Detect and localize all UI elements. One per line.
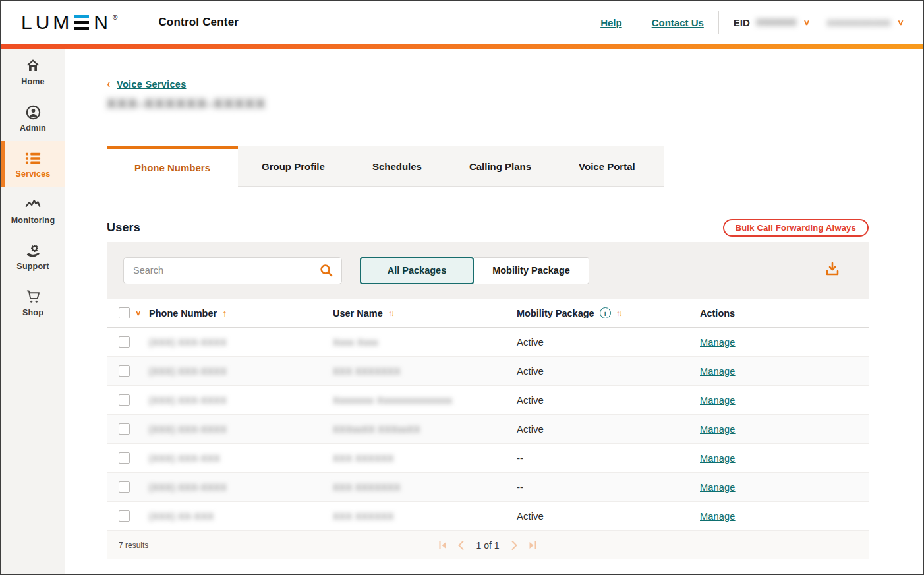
download-icon[interactable] — [824, 261, 840, 280]
manage-link[interactable]: Manage — [700, 337, 736, 348]
mobility-status: Active — [517, 394, 700, 406]
tab-group-profile[interactable]: Group Profile — [238, 146, 349, 186]
manage-link[interactable]: Manage — [700, 482, 736, 493]
filter-divider — [351, 258, 351, 283]
search-input[interactable] — [123, 257, 342, 284]
sidebar-item-label: Shop — [22, 308, 43, 317]
tab-voice-portal[interactable]: Voice Portal — [555, 146, 659, 186]
row-checkbox[interactable] — [119, 423, 130, 435]
tab-schedules[interactable]: Schedules — [349, 146, 446, 186]
pagination: 1 of 1 — [438, 540, 537, 551]
search-icon[interactable] — [319, 263, 334, 281]
registered-mark: ® — [113, 14, 117, 21]
user-name-redacted: XXX XXXXXXX — [333, 366, 517, 377]
users-heading: Users — [107, 221, 140, 235]
mobility-status: -- — [517, 452, 700, 464]
mobility-status: -- — [517, 481, 700, 493]
contact-us-link[interactable]: Contact Us — [652, 17, 704, 28]
column-header-actions: Actions — [700, 308, 869, 318]
eid-label: EID — [734, 17, 750, 28]
sidebar-item-label: Admin — [20, 123, 46, 133]
lumen-logo[interactable]: LUMN ® — [21, 13, 117, 32]
sidebar-item-support[interactable]: Support — [1, 233, 65, 280]
voice-services-back-link[interactable]: Voice Services — [117, 79, 187, 90]
row-checkbox[interactable] — [119, 365, 130, 377]
sidebar-item-services[interactable]: Services — [1, 141, 65, 187]
user-name-redacted: Xxxxxxxx Xxxxxxxxxxxxxxx — [333, 395, 517, 406]
column-header-user-name[interactable]: User Name ↑↓ — [333, 308, 517, 318]
table-header-row: ∨ Phone Number ↑ User Name ↑↓ Mobility P… — [107, 299, 869, 328]
select-menu-chevron-icon[interactable]: ∨ — [135, 309, 142, 317]
filter-all-packages[interactable]: All Packages — [360, 257, 474, 284]
header-divider — [718, 11, 719, 34]
manage-link[interactable]: Manage — [700, 395, 736, 406]
column-header-mobility-package[interactable]: Mobility Package i ↑↓ — [517, 307, 700, 318]
bulk-call-forwarding-button[interactable]: Bulk Call Forwarding Always — [723, 219, 869, 237]
manage-link[interactable]: Manage — [700, 366, 736, 377]
sort-icon[interactable]: ↑↓ — [616, 309, 621, 318]
row-checkbox[interactable] — [119, 510, 130, 522]
row-checkbox[interactable] — [119, 336, 130, 348]
manage-link[interactable]: Manage — [700, 424, 736, 435]
eid-selector[interactable]: EID 0000000 ∨ — [734, 16, 811, 28]
table-row: (XXX) XXX-XXX XXX XXXXXX -- Manage — [107, 444, 869, 473]
admin-icon — [25, 104, 41, 120]
sort-ascending-icon[interactable]: ↑ — [222, 307, 227, 318]
table-footer: 7 results 1 of 1 — [107, 531, 869, 559]
tab-calling-plans[interactable]: Calling Plans — [446, 146, 555, 186]
mobility-status: Active — [517, 510, 700, 522]
row-checkbox[interactable] — [119, 452, 130, 464]
tab-phone-numbers[interactable]: Phone Numbers — [107, 146, 238, 187]
sidebar-item-home[interactable]: Home — [1, 49, 65, 95]
main-content: ‹ Voice Services XXX-XXXXXX-XXXXX Phone … — [66, 49, 923, 574]
sidebar-item-label: Services — [15, 169, 50, 179]
table-row: (XXX) XXX-XXXX Xxxx Xxxx Active Manage — [107, 328, 869, 357]
select-all-checkbox[interactable] — [119, 307, 130, 318]
phone-number-redacted: (XXX) XXX-XXXX — [149, 424, 333, 435]
manage-link[interactable]: Manage — [700, 453, 736, 464]
table-row: (XXX) XXX-XXXX XXX XXXXXXX -- Manage — [107, 473, 869, 502]
column-header-phone-number[interactable]: Phone Number ↑ — [149, 307, 333, 318]
select-all-cell: ∨ — [107, 307, 149, 318]
support-icon — [25, 243, 41, 258]
table-row: (XXX) XXX-XXXX XXXxxXX XXXxxXX Active Ma… — [107, 415, 869, 444]
services-icon — [25, 150, 41, 166]
first-page-icon[interactable] — [438, 540, 448, 551]
row-checkbox[interactable] — [119, 394, 130, 406]
sidebar-item-label: Monitoring — [11, 216, 55, 225]
mobility-status: Active — [517, 423, 700, 435]
sidebar-item-label: Home — [21, 77, 45, 86]
sidebar-item-monitoring[interactable]: Monitoring — [1, 187, 65, 233]
phone-number-redacted: (XXX) XX-XXX — [149, 511, 333, 522]
user-name-redacted: XXX XXXXXXX — [333, 482, 517, 493]
manage-link[interactable]: Manage — [700, 511, 736, 522]
eid-value-redacted: 0000000 — [757, 17, 797, 28]
user-menu[interactable]: xxxxxxxxxxx ∨ — [827, 16, 904, 28]
user-name-redacted: XXX XXXXXX — [333, 511, 517, 522]
package-filter-toggle: All Packages Mobility Package — [360, 257, 589, 284]
table-row: (XXX) XX-XXX XXX XXXXXX Active Manage — [107, 502, 869, 531]
help-link[interactable]: Help — [600, 17, 622, 28]
last-page-icon[interactable] — [527, 540, 538, 551]
filter-mobility-package[interactable]: Mobility Package — [474, 257, 589, 284]
info-icon[interactable]: i — [600, 307, 611, 318]
sidebar-item-shop[interactable]: Shop — [1, 280, 65, 326]
app-title: Control Center — [158, 16, 239, 29]
brand-ribbon — [1, 44, 923, 49]
sort-icon[interactable]: ↑↓ — [388, 309, 393, 318]
next-page-icon[interactable] — [510, 540, 519, 551]
tab-bar: Phone Numbers Group Profile Schedules Ca… — [107, 146, 664, 187]
back-chevron-icon: ‹ — [107, 77, 111, 91]
row-checkbox[interactable] — [119, 481, 130, 493]
shop-icon — [25, 289, 41, 305]
page-indicator: 1 of 1 — [476, 540, 499, 551]
user-name-redacted: Xxxx Xxxx — [333, 337, 517, 348]
sidebar-item-admin[interactable]: Admin — [1, 95, 65, 141]
top-header: LUMN ® Control Center Help Contact Us EI… — [1, 1, 923, 44]
header-right: Help Contact Us EID 0000000 ∨ xxxxxxxxxx… — [600, 11, 904, 34]
previous-page-icon[interactable] — [456, 540, 465, 551]
filter-bar: All Packages Mobility Package — [107, 242, 869, 299]
control-center-page: LUMN ® Control Center Help Contact Us EI… — [0, 0, 924, 575]
phone-number-redacted: (XXX) XXX-XXXX — [149, 366, 333, 377]
phone-number-redacted: (XXX) XXX-XXXX — [149, 482, 333, 493]
